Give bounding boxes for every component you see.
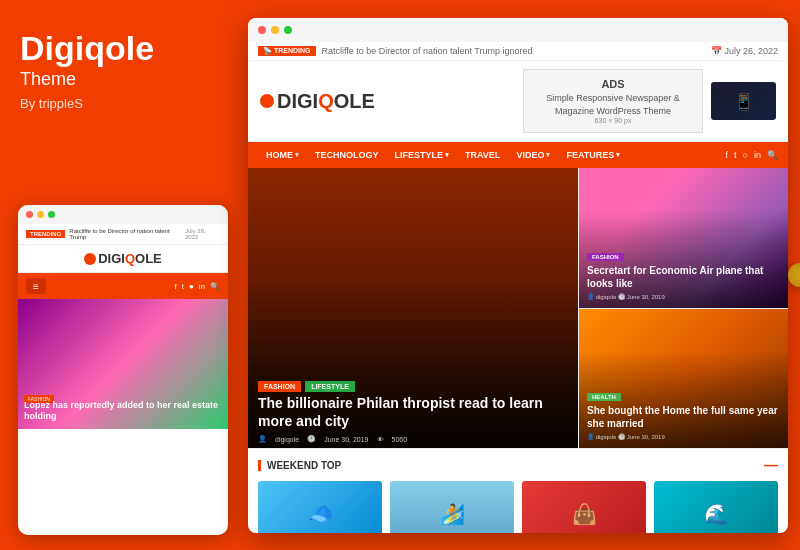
trending-date: 📅 July 26, 2022 (711, 46, 778, 56)
ads-banner: ADS Simple Responsive Newspaper & Magazi… (523, 69, 703, 133)
right-article-2-clock-icon: 🕐 (618, 434, 627, 440)
mobile-facebook-icon[interactable]: f (174, 282, 176, 291)
weekend-cards-grid: 🧢 🏄 👜 🌊 (258, 481, 778, 533)
right-article-1-content: FASHION Secretart for Economic Air plane… (587, 245, 780, 300)
browser-chrome (248, 18, 788, 42)
calendar-icon: 📅 (711, 46, 722, 56)
nav-facebook-icon[interactable]: f (726, 150, 729, 160)
site-logo-text: DIGIQOLE (277, 90, 375, 113)
ads-phone-image: 📱 (711, 82, 776, 120)
home-dropdown-arrow: ▾ (295, 151, 299, 159)
nav-technology[interactable]: TECHNOLOGY (307, 142, 387, 168)
mobile-logo-bar: DIGIQOLE (18, 245, 228, 273)
right-article-2-author-icon: 👤 (587, 434, 594, 440)
mobile-search-icon[interactable]: 🔍 (210, 282, 220, 291)
right-article-2-meta: 👤 digiqole 🕐 June 30, 2019 (587, 433, 780, 440)
section-header: WEEKEND TOP — (258, 457, 778, 473)
nav-travel[interactable]: TRAVEL (457, 142, 508, 168)
mobile-trending-text: Ratcliffe to be Director of nation talen… (69, 228, 185, 240)
mobile-hero-image: FASHION Lopez has reportedly added to he… (18, 299, 228, 429)
hero-tags: FASHION LIFESTYLE (258, 381, 355, 392)
mobile-hamburger-button[interactable]: ≡ (26, 278, 46, 294)
ads-size: 630 × 90 px (538, 117, 688, 124)
weekend-card-1[interactable]: 🧢 (258, 481, 382, 533)
mobile-hero-title: Lopez has reportedly added to her real e… (24, 400, 222, 423)
right-articles-panel: FASHION Secretart for Economic Air plane… (578, 168, 788, 448)
bronze-circle-decoration (788, 263, 800, 287)
browser-window: 📡 TRENDING Ratcliffe to be Director of n… (248, 18, 788, 533)
weekend-card-3[interactable]: 👜 (522, 481, 646, 533)
hero-date: June 30, 2019 (324, 436, 368, 443)
nav-linkedin-icon[interactable]: in (754, 150, 761, 160)
nav-lifestyle[interactable]: LIFESTYLE ▾ (387, 142, 458, 168)
mobile-linkedin-icon[interactable]: in (199, 282, 205, 291)
trending-label: 📡 TRENDING (258, 46, 316, 56)
video-dropdown-arrow: ▾ (546, 151, 550, 159)
mobile-logo-icon (84, 253, 96, 265)
weekend-top-section: WEEKEND TOP — 🧢 🏄 👜 🌊 (248, 448, 788, 533)
mobile-nav-icons: f t ● in 🔍 (174, 282, 220, 291)
right-article-2-author: digiqole (596, 434, 617, 440)
card2-icon: 🏄 (440, 502, 465, 526)
mobile-preview: TRENDING Ratcliffe to be Director of nat… (18, 205, 228, 535)
mobile-instagram-icon[interactable]: ● (189, 282, 194, 291)
nav-twitter-icon[interactable]: t (734, 150, 737, 160)
section-title: WEEKEND TOP (258, 460, 341, 471)
hero-article[interactable]: FASHION LIFESTYLE The billionaire Philan… (248, 168, 578, 448)
right-article-1-date: June 30, 2019 (627, 294, 665, 300)
mobile-trending-label: TRENDING (26, 230, 65, 238)
right-article-2-title: She bought the Home the full same year s… (587, 404, 780, 430)
nav-home[interactable]: HOME ▾ (258, 142, 307, 168)
nav-social-icons: f t ○ in 🔍 (726, 150, 778, 160)
nav-instagram-icon[interactable]: ○ (743, 150, 748, 160)
main-content-area: FASHION LIFESTYLE The billionaire Philan… (248, 168, 788, 448)
right-article-1-author: digiqole (596, 294, 617, 300)
mobile-trending-bar: TRENDING Ratcliffe to be Director of nat… (18, 224, 228, 245)
nav-video[interactable]: VIDEO ▾ (508, 142, 558, 168)
section-toggle[interactable]: — (764, 457, 778, 473)
right-article-2[interactable]: HEALTH She bought the Home the full same… (579, 308, 788, 448)
browser-dot-red[interactable] (258, 26, 266, 34)
logo-circle-icon (260, 94, 274, 108)
ads-banner-text: Simple Responsive Newspaper & Magazine W… (538, 92, 688, 117)
hero-article-title: The billionaire Philan thropist read to … (258, 394, 568, 430)
card1-icon: 🧢 (308, 502, 333, 526)
nav-search-icon[interactable]: 🔍 (767, 150, 778, 160)
right-article-1-author-icon: 👤 (587, 294, 594, 300)
left-branding-panel: Digiqole Theme By trippleS TRENDING Ratc… (0, 0, 245, 550)
mobile-logo-text: DIGIQOLE (98, 251, 162, 266)
card3-icon: 👜 (572, 502, 597, 526)
site-header: DIGIQOLE ADS Simple Responsive Newspaper… (248, 61, 788, 142)
weekend-card-2[interactable]: 🏄 (390, 481, 514, 533)
mobile-twitter-icon[interactable]: t (182, 282, 184, 291)
browser-dot-green[interactable] (284, 26, 292, 34)
browser-dot-yellow[interactable] (271, 26, 279, 34)
hero-author: digiqole (275, 436, 299, 443)
right-article-1-title: Secretart for Economic Air plane that lo… (587, 264, 780, 290)
right-article-1-meta: 👤 digiqole 🕐 June 30, 2019 (587, 293, 780, 300)
brand-name: Digiqole Theme By trippleS (20, 30, 225, 111)
mobile-nav: ≡ f t ● in 🔍 (18, 273, 228, 299)
mobile-date: July 26, 2022 (185, 228, 220, 240)
hamburger-icon: ≡ (33, 281, 39, 292)
nav-features[interactable]: FEATURES ▾ (558, 142, 628, 168)
ads-label: ADS (538, 78, 688, 90)
right-article-2-content: HEALTH She bought the Home the full same… (587, 385, 780, 440)
main-navigation: HOME ▾ TECHNOLOGY LIFESTYLE ▾ TRAVEL VID… (248, 142, 788, 168)
hero-views: 5060 (392, 436, 408, 443)
nav-items: HOME ▾ TECHNOLOGY LIFESTYLE ▾ TRAVEL VID… (258, 142, 628, 168)
features-dropdown-arrow: ▾ (616, 151, 620, 159)
hero-article-meta: 👤 digiqole 🕐 June 30, 2019 👁 5060 (258, 435, 407, 443)
hero-fashion-tag: FASHION (258, 381, 301, 392)
right-article-1-clock-icon: 🕐 (618, 294, 627, 300)
trending-headline: Ratcliffe to be Director of nation talen… (322, 46, 533, 56)
right-article-1-tag: FASHION (587, 253, 624, 261)
weekend-card-4[interactable]: 🌊 (654, 481, 778, 533)
hero-lifestyle-tag: LIFESTYLE (305, 381, 355, 392)
header-right: ADS Simple Responsive Newspaper & Magazi… (523, 69, 776, 133)
hero-author-icon: 👤 (258, 435, 267, 443)
lifestyle-dropdown-arrow: ▾ (445, 151, 449, 159)
trending-date-text: July 26, 2022 (724, 46, 778, 56)
mobile-dot-green (48, 211, 55, 218)
right-article-1[interactable]: FASHION Secretart for Economic Air plane… (579, 168, 788, 308)
